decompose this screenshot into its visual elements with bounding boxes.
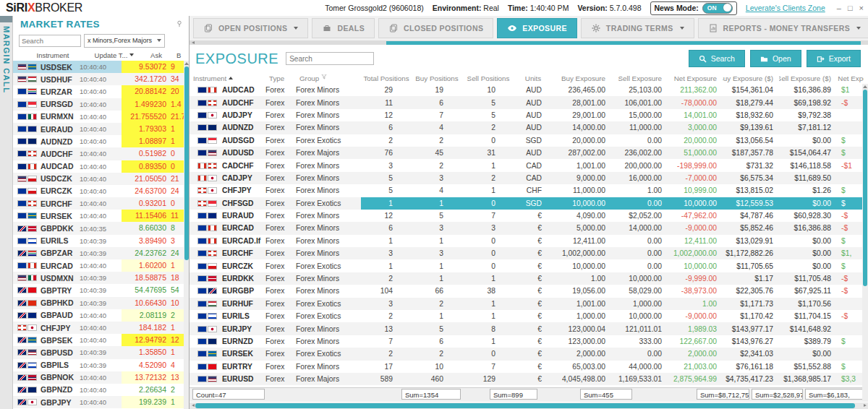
col-net-exposure[interactable]: Net Exposure — [668, 74, 723, 82]
market-rates-search-input[interactable] — [19, 35, 81, 47]
tab-deals[interactable]: DEALS — [312, 18, 375, 38]
buy-exposure-usd: $22,305.76 — [723, 285, 779, 297]
col-sell-exposure[interactable]: Sell Exposure — [611, 74, 668, 82]
market-rate-row[interactable]: GBPSEK10:40:4012.9479212 — [13, 334, 189, 346]
exposure-row[interactable]: CHFJPYForexForex Minors541CHF11,000.001.… — [190, 184, 868, 197]
tabs-scrollbar-thumb[interactable] — [386, 41, 861, 45]
clients-zone-link[interactable]: Leverate's Clients Zone — [746, 4, 825, 12]
open-button[interactable]: Open — [750, 50, 801, 67]
exposure-row[interactable]: AUDNZDForexForex Minors642AUD14,000.0011… — [190, 121, 868, 134]
exposure-row[interactable]: EURDKKForexForex Minors211€1.0010,000.00… — [190, 272, 868, 285]
exposure-row[interactable]: EURCAD.IfForexForex Minors110€12,411.000… — [190, 235, 868, 247]
market-rate-row[interactable]: EURSEK10:40:4011.1540611 — [13, 210, 189, 222]
vertical-scrollbar[interactable] — [862, 84, 868, 402]
exposure-row[interactable]: EURCADForexForex Minors633€5,000.0014,00… — [190, 222, 868, 234]
market-rate-row[interactable]: AUDCHF10:40:400.519820 — [13, 147, 189, 160]
market-rate-row[interactable]: CHFJPY10:40:40184.1821 — [13, 322, 189, 334]
col-instrument[interactable]: Instrument — [13, 51, 93, 59]
flag-gbp-icon — [17, 349, 27, 356]
market-rate-row[interactable]: EURCZK10:40:4024.6370024 — [13, 185, 189, 197]
market-rate-row[interactable]: GBPJPY10:40:40199.2391 — [13, 396, 189, 408]
exposure-row[interactable]: EURGBPForexForex Minors1046638€19,056.00… — [190, 285, 868, 297]
flag-pair-eur-aud-icon — [13, 126, 39, 132]
col-buy-exposure[interactable]: Buy Exposure ($) — [723, 74, 779, 82]
search-button[interactable]: Search — [689, 50, 745, 67]
exposure-row[interactable]: EURJPYForexForex Minors1358€123,000.0412… — [190, 322, 868, 335]
exposure-search-input[interactable] — [286, 52, 374, 65]
pin-icon[interactable] — [176, 17, 183, 30]
exposure-row[interactable]: AUDUSDForexForex Majors764531AUD287,002.… — [190, 147, 868, 159]
minimize-button[interactable]: – — [837, 4, 841, 12]
market-rate-row[interactable]: USDCZK10:40:4021.0505021 — [13, 173, 189, 185]
exposure-row[interactable]: EURNZDForexForex Minors761€123,000.00333… — [190, 335, 868, 348]
market-rate-row[interactable]: GBPDKK10:40:358.660308 — [13, 222, 189, 234]
market-rate-row[interactable]: EURAUD10:40:401.793031 — [13, 123, 189, 135]
exposure-row[interactable]: EURAUDForexForex Minors1257€4,090.00$2,0… — [190, 210, 868, 222]
market-rate-row[interactable]: GBPZAR10:40:3924.2376224 — [13, 247, 189, 259]
col-buy-positions[interactable]: Buy Positions — [412, 74, 462, 82]
exposure-row-selected[interactable]: CHFSGDForexForex Exotics110SGD10,000.000… — [190, 197, 868, 210]
col-sell-positions[interactable]: Sell Positions — [462, 74, 514, 82]
market-rate-row[interactable]: AUDCAD10:40:400.893500 — [13, 160, 189, 173]
tab-open-positions[interactable]: OPEN POSITIONS — [193, 18, 308, 38]
market-rate-row[interactable]: USDMXN10:40:3918.5887518 — [13, 272, 189, 284]
col-bid[interactable]: B — [176, 51, 189, 59]
col-group[interactable]: Group — [296, 74, 361, 82]
exposure-row[interactable]: CADCHFForexForex Minors321CAD1,001.00200… — [190, 159, 868, 171]
col-type[interactable]: Type — [265, 74, 296, 82]
market-rate-row[interactable]: GBPTRY10:40:3954.4769554 — [13, 284, 189, 296]
maximize-button[interactable]: □ — [848, 4, 853, 12]
market-rate-row[interactable]: GBPHKD10:40:3910.6643010 — [13, 297, 189, 309]
instrument-filter-dropdown[interactable]: x Minors,Forex Majors — [84, 34, 165, 48]
col-net-expo[interactable]: Net Expo — [837, 74, 864, 82]
exposure-row[interactable]: AUDSGDForexForex Exotics220SGD20,000.000… — [190, 134, 868, 147]
market-rate-row[interactable]: GBPNOK10:40:4013.7213213 — [13, 371, 189, 384]
exposure-row[interactable]: EURTRYForexForex Minors17107€65,003.0044… — [190, 361, 868, 373]
tab-exposure[interactable]: EXPOSURE — [497, 18, 577, 38]
market-rate-row[interactable]: EURSGD10:40:401.4992301.4 — [13, 98, 189, 111]
scrollbar-thumb[interactable] — [184, 66, 189, 260]
exposure-row[interactable]: AUDCHFForexForex Minors1165AUD28,001.001… — [190, 96, 868, 108]
col-instrument[interactable]: Instrument — [190, 74, 265, 82]
tab-reports-money-transfers[interactable]: REPORTS - MONEY TRANSFERS — [698, 18, 868, 38]
market-rate-row[interactable]: EURCHF10:40:400.932010 — [13, 197, 189, 210]
user-name: Tomer Grossgold2 (9606018) — [325, 4, 424, 12]
col-buy-exposure[interactable]: Buy Exposure — [552, 74, 611, 82]
close-button[interactable]: × — [859, 4, 864, 12]
market-rate-row[interactable]: EURMXN10:40:4021.75552021.7 — [13, 111, 189, 123]
market-rate-row[interactable]: GBPUSD10:40:391.358501 — [13, 346, 189, 358]
exposure-row[interactable]: EURILSForexForex Exotics211€1,000.0010,0… — [190, 310, 868, 322]
market-rate-row[interactable]: AUDNZD10:40:401.088971 — [13, 135, 189, 147]
news-mode-toggle[interactable]: ON — [702, 3, 733, 14]
market-rate-row[interactable]: GBPNZD10:40:402.266342 — [13, 384, 189, 396]
market-rate-row[interactable]: EURCAD10:40:401.602001 — [13, 259, 189, 272]
market-rate-row[interactable]: EURILS10:40:393.894903 — [13, 235, 189, 247]
exposure-row[interactable]: EURSEKForexForex Exotics220€2,000.000.00… — [190, 348, 868, 360]
vscrollbar-thumb[interactable] — [863, 90, 867, 286]
market-rate-row[interactable]: GBPILS10:40:394.520904 — [13, 359, 189, 371]
exposure-row[interactable]: AUDCADForexForex Minors291910AUD236,465.… — [190, 84, 868, 96]
market-rate-row[interactable]: USDHUF10:40:40342.172034 — [13, 73, 189, 85]
exposure-row[interactable]: EURUSDForexForex Majors589460129€4,045,4… — [190, 373, 868, 385]
tab-trading-terms[interactable]: TRADING TERMS — [581, 18, 694, 38]
horizontal-scrollbar[interactable] — [190, 402, 868, 409]
tab-closed-positions[interactable]: CLOSED POSITIONS — [378, 18, 493, 38]
col-ask[interactable]: Ask — [136, 51, 176, 59]
margin-call-panel-tab[interactable]: MARGIN CALL — [0, 16, 13, 409]
exposure-row[interactable]: CADJPYForexForex Minors532CAD9,000.0016,… — [190, 172, 868, 184]
market-rate-row[interactable]: USDSEK10:40:409.530729 — [13, 61, 189, 73]
market-rates-scrollbar[interactable] — [184, 61, 189, 409]
market-rate-row[interactable]: GBPAUD10:40:402.081192 — [13, 309, 189, 322]
exposure-row[interactable]: AUDJPYForexForex Minors1275AUD29,001.001… — [190, 109, 868, 121]
col-total-positions[interactable]: Total Positions — [361, 74, 412, 82]
col-units[interactable]: Units — [514, 74, 552, 82]
export-button[interactable]: Export — [807, 50, 861, 67]
exposure-row[interactable]: EURHUFForexForex Exotics321€1,001.001,00… — [190, 298, 868, 310]
tabs-scrollbar[interactable] — [190, 41, 868, 45]
hscrollbar-thumb[interactable] — [195, 403, 855, 408]
exposure-row[interactable]: EURCZKForexForex Exotics110€10,000.000.0… — [190, 259, 868, 272]
market-rate-row[interactable]: EURZAR10:40:4020.8814220 — [13, 85, 189, 98]
exposure-row[interactable]: EURCHFForexForex Minors330€1,002,000.000… — [190, 247, 868, 259]
col-sell-exposure[interactable]: Sell Exposure ($) — [779, 74, 837, 82]
col-update-time[interactable]: Update T... — [93, 51, 136, 59]
